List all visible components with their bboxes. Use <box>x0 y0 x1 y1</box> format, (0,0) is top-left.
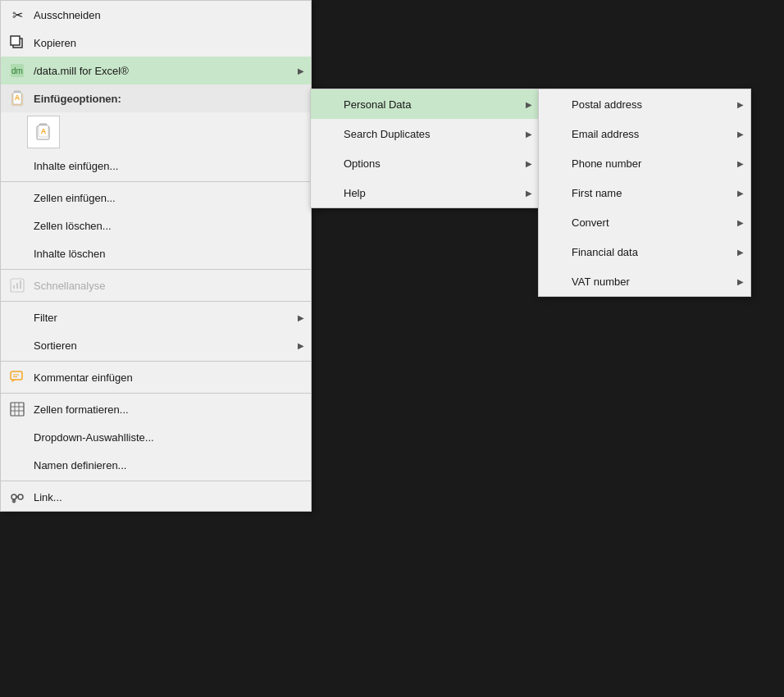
menu-item-inhalte-einfuegen[interactable]: Inhalte einfügen... <box>1 152 311 180</box>
postal-address-icon <box>545 94 565 114</box>
menu-item-schnellanalyse-label: Schnellanalyse <box>34 280 304 292</box>
filter-arrow-icon: ▶ <box>298 313 304 322</box>
submenu-item-first-name[interactable]: First name ▶ <box>539 178 750 207</box>
cut-icon: ✂ <box>7 5 27 25</box>
options-arrow-icon: ▶ <box>526 159 532 168</box>
help-icon <box>317 183 337 203</box>
personal-data-arrow-icon: ▶ <box>526 100 532 109</box>
menu-item-dropdown[interactable]: Dropdown-Auswahlliste... <box>1 423 311 451</box>
submenu-item-options[interactable]: Options ▶ <box>311 148 539 178</box>
phone-number-icon <box>545 153 565 173</box>
menu-item-link[interactable]: Link... <box>1 483 311 511</box>
menu-item-link-label: Link... <box>34 491 304 503</box>
submenu-item-convert[interactable]: Convert ▶ <box>539 207 750 237</box>
paste-option-default[interactable]: A <box>27 116 60 148</box>
submenu-item-phone-number-label: Phone number <box>572 157 737 170</box>
menu-item-einfuegeoptionen-label: Einfügeoptionen: <box>34 93 304 105</box>
link-icon <box>7 487 27 507</box>
submenu-item-postal-address[interactable]: Postal address ▶ <box>539 89 750 119</box>
svg-text:A: A <box>41 127 47 135</box>
menu-item-sortieren-label: Sortieren <box>34 339 298 352</box>
menu-item-inhalte-loeschen-label: Inhalte löschen <box>34 248 304 260</box>
menu-item-inhalte-loeschen[interactable]: Inhalte löschen <box>1 239 311 267</box>
paste-icon: A <box>7 89 27 108</box>
separator-6 <box>1 481 311 481</box>
vat-number-arrow-icon: ▶ <box>737 277 744 286</box>
separator-2 <box>1 269 311 270</box>
inhalte-loeschen-icon <box>7 244 27 263</box>
submenu-item-search-duplicates[interactable]: Search Duplicates ▶ <box>311 119 539 148</box>
svg-rect-16 <box>11 371 22 380</box>
financial-data-arrow-icon: ▶ <box>737 248 744 257</box>
menu-item-cut-label: Ausschneiden <box>34 9 304 21</box>
svg-rect-1 <box>11 36 20 45</box>
menu-item-zellen-einfuegen[interactable]: Zellen einfügen... <box>1 184 311 212</box>
menu-item-copy[interactable]: Kopieren <box>1 29 311 57</box>
email-address-icon <box>545 124 565 144</box>
submenu-datamill: Personal Data ▶ Search Duplicates ▶ Opti… <box>310 89 540 208</box>
submenu-item-email-address[interactable]: Email address ▶ <box>539 119 750 148</box>
menu-item-namen-definieren-label: Namen definieren... <box>34 459 304 472</box>
convert-icon <box>545 212 565 232</box>
menu-item-dropdown-label: Dropdown-Auswahlliste... <box>34 431 304 444</box>
datamill-icon: dm <box>7 61 27 80</box>
first-name-arrow-icon: ▶ <box>737 189 744 198</box>
submenu-item-vat-number-label: VAT number <box>572 276 737 288</box>
submenu-item-personal-data[interactable]: Personal Data ▶ <box>311 89 539 119</box>
svg-rect-19 <box>11 403 24 416</box>
sortieren-arrow-icon: ▶ <box>298 341 304 350</box>
menu-item-schnellanalyse: Schnellanalyse <box>1 271 311 299</box>
separator-1 <box>1 181 311 182</box>
submenu-personal-data: Postal address ▶ Email address ▶ Phone n… <box>538 89 751 297</box>
search-duplicates-arrow-icon: ▶ <box>526 130 532 139</box>
filter-icon <box>7 308 27 327</box>
dropdown-icon <box>7 427 27 447</box>
zellen-loeschen-icon <box>7 216 27 235</box>
submenu-item-help[interactable]: Help ▶ <box>311 178 539 207</box>
menu-item-einfuegeoptionen: A Einfügeoptionen: <box>1 84 311 112</box>
menu-item-filter[interactable]: Filter ▶ <box>1 303 311 331</box>
menu-item-zellen-loeschen[interactable]: Zellen löschen... <box>1 212 311 239</box>
submenu-item-vat-number[interactable]: VAT number ▶ <box>539 266 750 296</box>
zellen-formatieren-icon <box>7 399 27 419</box>
submenu-item-email-address-label: Email address <box>572 128 737 140</box>
menu-item-sortieren[interactable]: Sortieren ▶ <box>1 331 311 359</box>
email-address-arrow-icon: ▶ <box>737 130 744 139</box>
submenu-item-search-duplicates-label: Search Duplicates <box>344 128 526 140</box>
menu-item-zellen-einfuegen-label: Zellen einfügen... <box>34 192 304 204</box>
menu-item-namen-definieren[interactable]: Namen definieren... <box>1 451 311 479</box>
submenu-item-convert-label: Convert <box>572 216 737 229</box>
convert-arrow-icon: ▶ <box>737 218 744 227</box>
help-arrow-icon: ▶ <box>526 189 532 198</box>
submenu-item-personal-data-label: Personal Data <box>344 98 526 111</box>
menu-item-inhalte-einfuegen-label: Inhalte einfügen... <box>34 160 304 172</box>
inhalte-einfuegen-icon <box>7 156 27 175</box>
namen-definieren-icon <box>7 455 27 475</box>
submenu-item-postal-address-label: Postal address <box>572 98 737 111</box>
financial-data-icon <box>545 242 565 262</box>
svg-text:A: A <box>15 93 21 102</box>
datamill-arrow-icon: ▶ <box>298 66 304 75</box>
context-menu: ✂ Ausschneiden Kopieren dm /data.mill fo… <box>0 0 312 512</box>
separator-4 <box>1 361 311 362</box>
menu-item-zellen-formatieren[interactable]: Zellen formatieren... <box>1 395 311 423</box>
menu-item-cut[interactable]: ✂ Ausschneiden <box>1 1 311 29</box>
submenu-item-financial-data[interactable]: Financial data ▶ <box>539 237 750 266</box>
separator-3 <box>1 301 311 302</box>
submenu-item-help-label: Help <box>344 187 526 199</box>
menu-item-kommentar[interactable]: Kommentar einfügen <box>1 363 311 391</box>
submenu-item-phone-number[interactable]: Phone number ▶ <box>539 148 750 178</box>
personal-data-icon <box>317 94 337 114</box>
options-icon <box>317 153 337 173</box>
menu-item-copy-label: Kopieren <box>34 37 304 49</box>
menu-item-zellen-formatieren-label: Zellen formatieren... <box>34 403 304 416</box>
menu-item-datamill[interactable]: dm /data.mill for Excel® ▶ <box>1 57 311 84</box>
menu-item-kommentar-label: Kommentar einfügen <box>34 371 304 384</box>
zellen-einfuegen-icon <box>7 188 27 207</box>
menu-item-datamill-label: /data.mill for Excel® <box>34 65 298 77</box>
paste-options-row: A <box>1 112 311 152</box>
svg-text:dm: dm <box>11 66 23 75</box>
sortieren-icon <box>7 335 27 355</box>
kommentar-icon <box>7 367 27 387</box>
postal-address-arrow-icon: ▶ <box>737 100 744 109</box>
